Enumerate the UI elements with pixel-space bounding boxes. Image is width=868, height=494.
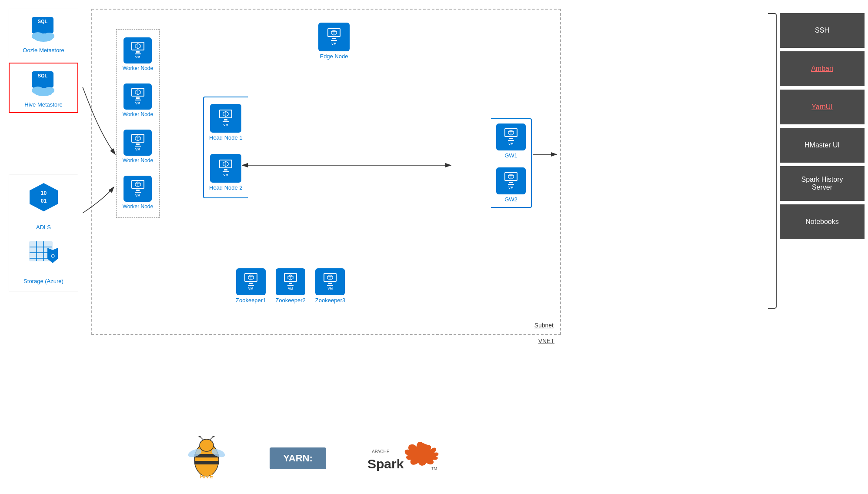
hive-icon: SQL	[28, 68, 59, 98]
svg-text:APACHE: APACHE	[372, 449, 390, 454]
spark-logo: APACHE Spark TM	[365, 440, 444, 477]
svg-text:HIVE: HIVE	[200, 473, 214, 479]
worker-3-label: Worker Node	[123, 157, 153, 164]
svg-text:01: 01	[40, 198, 47, 204]
subnet-label: Subnet	[534, 322, 554, 329]
worker-4-label: Worker Node	[123, 204, 153, 210]
gw1-node: VM GW1	[496, 124, 526, 159]
zk3-icon: VM	[315, 268, 345, 295]
adls-label: ADLS	[36, 224, 51, 230]
ambari-button[interactable]: Ambari	[780, 51, 865, 86]
yarnui-button[interactable]: YarnUI	[780, 90, 865, 124]
worker-node-4: VM Worker Node	[123, 176, 153, 210]
zookeeper-1: VM Zookeeper1	[236, 268, 266, 304]
zk2-icon: VM	[276, 268, 305, 295]
edge-node-label: Edge Node	[320, 53, 348, 60]
worker-node-3: VM Worker Node	[123, 130, 153, 164]
svg-text:10: 10	[40, 190, 47, 196]
worker-node-1: VM Worker Node	[123, 37, 153, 71]
gw1-label: GW1	[504, 152, 517, 159]
gw-nodes-group: VM GW1 VM GW2	[491, 118, 532, 208]
head-node-1-icon: VM	[210, 104, 241, 133]
worker-1-vm-icon: VM	[124, 37, 152, 63]
ssh-button[interactable]: SSH	[780, 13, 865, 48]
hive-metastore-box: SQL Hive Metastore	[9, 63, 78, 113]
oozie-icon: SQL	[28, 13, 59, 43]
bottom-logos: HIVE YARN: APACHE Spark TM	[183, 436, 444, 481]
svg-point-5	[35, 36, 52, 42]
zk2-label: Zookeeper2	[275, 297, 305, 304]
vnet-area: Subnet VM Worker Node	[91, 9, 561, 335]
adls-icon: 10 01	[27, 181, 60, 215]
worker-2-label: Worker Node	[123, 111, 153, 117]
head-node-2-label: Head Node 2	[209, 184, 243, 191]
worker-4-vm-icon: VM	[124, 176, 152, 202]
svg-marker-12	[30, 183, 58, 211]
gw1-icon: VM	[496, 124, 526, 150]
storage-panel: 10 01 ADLS ⬡ Storage (Azure)	[9, 174, 78, 291]
svg-text:SQL: SQL	[38, 19, 48, 24]
svg-text:TM: TM	[431, 466, 437, 471]
zk1-icon: VM	[236, 268, 266, 295]
oozie-metastore-box: SQL Oozie Metastore	[9, 9, 78, 58]
hive-logo: HIVE	[183, 436, 230, 481]
head-nodes-group: VM Head Node 1 VM Head Node 2	[203, 97, 248, 198]
edge-node-icon: VM	[318, 23, 350, 51]
svg-text:Spark: Spark	[367, 457, 404, 471]
gw2-icon: VM	[496, 167, 526, 194]
head-node-1-label: Head Node 1	[209, 134, 243, 141]
worker-node-2: VM Worker Node	[123, 83, 153, 117]
zookeeper-3: VM Zookeeper3	[315, 268, 345, 304]
right-panel: SSH Ambari YarnUI HMaster UI Spark Histo…	[780, 13, 865, 241]
right-bracket	[768, 13, 777, 309]
zookeeper-row: VM Zookeeper1 VM Zookeeper2	[236, 268, 345, 304]
svg-point-69	[200, 439, 214, 451]
svg-line-72	[210, 437, 213, 440]
storage-icon: ⬡	[27, 239, 60, 269]
edge-node: VM Edge Node	[318, 23, 350, 60]
worker-3-vm-icon: VM	[124, 130, 152, 156]
yarn-logo: YARN:	[270, 447, 326, 469]
oozie-label: Oozie Metastore	[23, 47, 64, 53]
zk3-label: Zookeeper3	[315, 297, 345, 304]
spark-history-button[interactable]: Spark History Server	[780, 166, 865, 201]
svg-point-11	[35, 90, 52, 96]
svg-rect-68	[194, 461, 219, 464]
notebooks-button[interactable]: Notebooks	[780, 204, 865, 239]
gw2-label: GW2	[504, 196, 517, 203]
worker-2-vm-icon: VM	[124, 83, 152, 110]
svg-text:⬡: ⬡	[50, 254, 54, 258]
zk1-label: Zookeeper1	[236, 297, 266, 304]
head-node-2-icon: VM	[210, 154, 241, 183]
hive-label: Hive Metastore	[24, 101, 62, 108]
workers-column: VM Worker Node VM Worker Node	[116, 29, 160, 218]
svg-line-70	[200, 437, 204, 440]
vnet-label: VNET	[538, 337, 554, 344]
zookeeper-2: VM Zookeeper2	[275, 268, 305, 304]
gw2-node: VM GW2	[496, 167, 526, 203]
left-panel: SQL Oozie Metastore SQL	[9, 9, 78, 113]
storage-label: Storage (Azure)	[23, 278, 63, 284]
svg-text:SQL: SQL	[38, 73, 48, 78]
head-node-2: VM Head Node 2	[209, 154, 243, 191]
worker-1-label: Worker Node	[123, 65, 153, 71]
hmaster-button[interactable]: HMaster UI	[780, 128, 865, 163]
head-node-1: VM Head Node 1	[209, 104, 243, 141]
